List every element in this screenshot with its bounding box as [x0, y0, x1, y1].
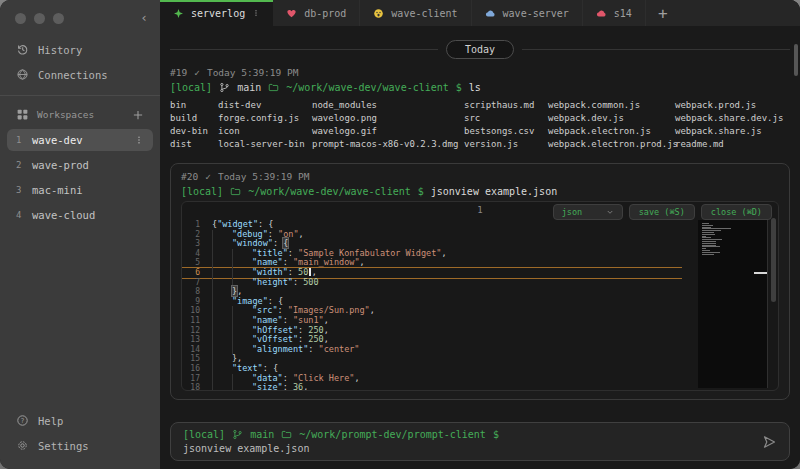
code-line[interactable]: 14 "alignment": "center"	[182, 345, 682, 355]
prompt-command: ls	[469, 82, 481, 93]
editor-header: 1 json save (⌘S) close (⌘D)	[182, 202, 778, 220]
check-icon: ✓	[194, 67, 200, 78]
sidebar-item-label: Settings	[38, 440, 89, 452]
grid-icon	[16, 108, 29, 121]
workspace-item-wave-dev[interactable]: 1 wave-dev	[7, 129, 153, 151]
prompt-dollar: $	[493, 429, 499, 440]
date-divider-pill: Today	[446, 40, 514, 59]
prompt-host: [local]	[183, 429, 225, 440]
folder-icon	[268, 82, 279, 93]
file-name: wavelogo.gif	[312, 125, 464, 138]
workspace-name: wave-cloud	[32, 209, 95, 221]
add-tab-button[interactable]: +	[646, 0, 680, 26]
cloud-icon	[596, 8, 607, 19]
file-name: bin	[170, 99, 218, 112]
tab-db-prod[interactable]: db-prod	[273, 0, 360, 26]
main-area: serverlog db-prod wave-client wave-serve…	[160, 0, 800, 469]
sidebar-nav: History Connections	[0, 38, 160, 86]
file-name: build	[170, 112, 218, 125]
line-number: 8	[182, 287, 212, 297]
sidebar: ‹ History Connections Workspaces 1 wave-…	[0, 0, 160, 469]
tab-label: db-prod	[304, 8, 346, 19]
file-name: webpack.electron.js	[548, 125, 675, 138]
json-editor[interactable]: 1 json save (⌘S) close (⌘D) 1 {"widget":	[181, 201, 779, 391]
prompt-dollar: $	[418, 186, 424, 197]
line-number: 16	[182, 364, 212, 374]
minimize-button[interactable]	[34, 13, 45, 24]
workspace-item-wave-prod[interactable]: 2 wave-prod	[7, 154, 153, 176]
file-name: local-server-bin	[218, 138, 312, 151]
line-number: 6	[182, 268, 212, 278]
file-name: node_modules	[312, 99, 464, 112]
file-name: webpack.share.dev.js	[675, 112, 790, 125]
workspace-item-mac-mini[interactable]: 3 mac-mini	[7, 179, 153, 201]
folder-icon	[281, 429, 292, 440]
kebab-menu-icon[interactable]	[134, 134, 144, 146]
date-divider: Today	[170, 40, 790, 59]
history-icon	[16, 43, 29, 56]
code-line[interactable]: 7 "height": 500	[182, 278, 682, 288]
code-area[interactable]: 1 {"widget": { 2 "debug": "on", 3 "windo…	[182, 220, 778, 391]
workspace-list: 1 wave-dev 2 wave-prod 3 mac-mini 4 wave…	[0, 127, 160, 228]
line-number: 18	[182, 383, 212, 391]
editor-scrollbar-thumb[interactable]	[771, 218, 776, 302]
code-line[interactable]: 18 "size": 36,	[182, 383, 682, 391]
prompt-cwd: ~/work/prompt-dev/prompt-client	[299, 429, 486, 440]
workspace-name: wave-dev	[32, 134, 83, 146]
language-mode-select[interactable]: json	[553, 204, 623, 220]
workspaces-label: Workspaces	[37, 109, 94, 120]
file-name: scripthaus.md	[464, 99, 548, 112]
prompt-cwd: ~/work/wave-dev/wave-client	[248, 186, 411, 197]
sidebar-item-history[interactable]: History	[0, 38, 160, 61]
workspace-item-wave-cloud[interactable]: 4 wave-cloud	[7, 204, 153, 226]
wave-terminal-window: ‹ History Connections Workspaces 1 wave-…	[0, 0, 800, 469]
close-button[interactable]	[15, 13, 26, 24]
close-button[interactable]: close (⌘D)	[701, 204, 772, 220]
tab-label: s14	[614, 8, 632, 19]
chevron-down-icon	[606, 208, 614, 216]
line-number: 3	[182, 239, 212, 249]
zoom-button[interactable]	[53, 13, 64, 24]
prompt-command: jsonview example.json	[431, 186, 557, 197]
main-scrollbar-thumb[interactable]	[794, 44, 798, 76]
tab-wave-server[interactable]: wave-server	[472, 0, 583, 26]
tab-serverlog[interactable]: serverlog	[160, 0, 273, 26]
file-name: dist-dev	[218, 99, 312, 112]
tab-s14[interactable]: s14	[583, 0, 646, 26]
block-line-number: #20	[181, 171, 198, 182]
line-number: 10	[182, 306, 212, 316]
file-name: webpack.electron.prod.js	[548, 138, 675, 151]
ls-output: binbuilddev-bindistdist-devforge.config.…	[170, 99, 790, 151]
command-input[interactable]: [local] main ~/work/prompt-dev/prompt-cl…	[170, 422, 790, 461]
window-controls	[0, 0, 160, 38]
line-number: 11	[182, 316, 212, 326]
git-branch-name: main	[237, 82, 261, 93]
file-name: webpack.common.js	[548, 99, 675, 112]
sidebar-item-help[interactable]: ? Help	[0, 409, 160, 432]
command-input-value[interactable]: jsonview example.json	[183, 443, 777, 454]
save-button[interactable]: save (⌘S)	[629, 204, 695, 220]
sidebar-item-connections[interactable]: Connections	[0, 63, 160, 86]
tab-label: wave-server	[503, 8, 569, 19]
sparkle-icon	[173, 8, 184, 19]
command-block-19: #19 ✓ Today 5:39:19 PM [local] main ~/wo…	[170, 67, 790, 151]
sidebar-collapse-icon[interactable]: ‹	[140, 10, 148, 25]
send-icon[interactable]	[761, 434, 777, 450]
workspace-name: mac-mini	[32, 184, 83, 196]
sidebar-divider	[0, 95, 160, 96]
command-block-20: #20 ✓ Today 5:39:19 PM [local] ~/work/wa…	[170, 163, 790, 400]
editor-minimap[interactable]	[698, 220, 768, 388]
tab-wave-client[interactable]: wave-client	[360, 0, 471, 26]
text-cursor	[309, 268, 311, 276]
block-timestamp: Today 5:39:19 PM	[207, 67, 299, 78]
prompt-cwd: ~/work/wave-dev/wave-client	[286, 82, 449, 93]
minimap-cursor-marker	[754, 272, 767, 274]
sidebar-item-label: Connections	[38, 69, 108, 81]
add-workspace-button[interactable]	[132, 109, 144, 121]
sidebar-item-settings[interactable]: Settings	[0, 434, 160, 457]
line-number: 12	[182, 326, 212, 336]
file-name: webpack.share.js	[675, 125, 790, 138]
prompt-line: [local] main ~/work/wave-dev/wave-client…	[170, 82, 790, 93]
tab-menu-icon[interactable]	[252, 9, 260, 17]
sidebar-item-label: Help	[38, 415, 63, 427]
